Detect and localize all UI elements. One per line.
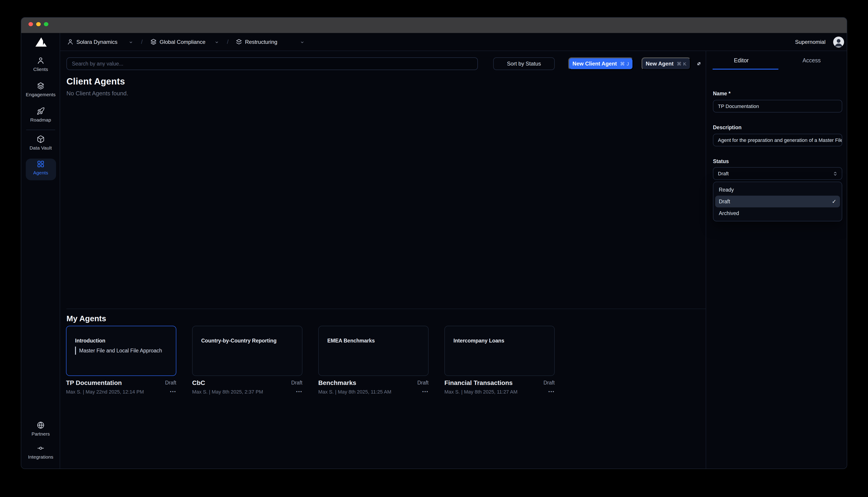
description-field-value: Agent for the preparation and generation… (718, 137, 842, 143)
breadcrumb-separator: / (227, 33, 228, 51)
section-divider (67, 309, 706, 309)
layers-icon (150, 39, 157, 45)
agent-card-benchmarks[interactable]: EMEA Benchmarks (318, 326, 429, 376)
app-logo-icon (35, 37, 47, 47)
active-tab-underline (713, 69, 779, 70)
chevron-down-icon[interactable] (129, 40, 133, 44)
new-client-agent-button[interactable]: New Client Agent ⌘ J (568, 57, 633, 70)
card-title-row: Benchmarks Draft (318, 379, 429, 386)
status-badge: Draft (165, 380, 176, 385)
layers-icon (37, 82, 45, 90)
more-menu-icon[interactable]: ••• (170, 389, 176, 394)
sidebar-item-roadmap[interactable]: Roadmap (21, 107, 60, 123)
sidebar-item-clients[interactable]: Clients (21, 56, 60, 72)
agent-name: TP Documentation (66, 379, 122, 386)
agent-name: Benchmarks (318, 379, 356, 386)
name-field-label: Name * (713, 91, 731, 96)
grid-icon (37, 160, 45, 168)
status-option-archived[interactable]: Archived ✓ (715, 208, 840, 219)
breadcrumb-client[interactable]: Solara Dynamics (76, 33, 117, 51)
description-field-label: Description (713, 125, 742, 130)
status-badge: Draft (417, 380, 429, 385)
sidebar-item-label: Engagements (26, 92, 56, 97)
shortcut-badge: ⌘ K (677, 61, 687, 67)
description-field[interactable]: Agent for the preparation and generation… (713, 134, 842, 146)
breadcrumb-engagement[interactable]: Global Compliance (159, 33, 206, 51)
sidebar-item-label: Integrations (28, 454, 53, 459)
sidebar-item-label: Clients (33, 67, 48, 72)
agent-card-financial-transactions[interactable]: Intercompany Loans (444, 326, 555, 376)
sidebar-item-agents[interactable]: Agents (21, 160, 60, 175)
agent-card-cbc[interactable]: Country-by-Country Reporting (192, 326, 303, 376)
sidebar-divider (26, 130, 55, 130)
status-option-draft[interactable]: Draft ✓ (715, 196, 840, 208)
option-label: Draft (719, 199, 730, 204)
window-titlebar (21, 18, 847, 33)
sort-button-label: Sort by Status (507, 60, 541, 67)
topbar: Solara Dynamics / Global Compliance / (60, 33, 847, 51)
card-meta-row: Max S. | May 8th 2025, 11:25 AM ••• (318, 389, 429, 395)
chevron-down-icon[interactable] (300, 40, 304, 44)
check-icon: ✓ (832, 198, 836, 205)
sidebar-item-data-vault[interactable]: Data Vault (21, 135, 60, 151)
chevron-down-icon[interactable] (215, 40, 219, 44)
status-dropdown-menu: Ready ✓ Draft ✓ Archived ✓ (713, 182, 842, 222)
diamond-layers-icon (236, 39, 242, 45)
new-agent-label: New Agent (646, 60, 674, 67)
zoom-window-icon[interactable] (44, 22, 48, 26)
close-window-icon[interactable] (28, 22, 33, 26)
breadcrumb-separator: / (141, 33, 143, 51)
more-menu-icon[interactable]: ••• (296, 389, 303, 394)
card-preview-title: EMEA Benchmarks (327, 338, 375, 343)
agent-meta: Max S. | May 8th 2025, 11:25 AM (318, 389, 391, 395)
avatar[interactable] (833, 37, 844, 47)
select-stepper-icon (832, 171, 838, 177)
card-preview-body: Master File and Local File Approach (75, 346, 162, 355)
new-agent-button[interactable]: New Agent ⌘ K (642, 57, 691, 70)
option-label: Ready (719, 187, 734, 193)
sidebar-item-integrations[interactable]: Integrations (21, 444, 60, 459)
more-menu-icon[interactable]: ••• (548, 389, 555, 394)
agent-meta: Max S. | May 8th 2025, 11:27 AM (444, 389, 517, 395)
status-badge: Draft (543, 380, 555, 385)
agent-name: CbC (192, 379, 205, 386)
person-icon (67, 39, 74, 45)
editor-panel: Editor Access Name * TP Documentation De… (706, 51, 847, 469)
card-preview-title: Country-by-Country Reporting (201, 338, 277, 343)
card-title-row: Financial Transactions Draft (444, 379, 555, 386)
node-icon (37, 444, 45, 452)
card-preview-title: Introduction (75, 338, 105, 343)
search-input[interactable] (67, 58, 487, 70)
new-client-agent-label: New Client Agent (573, 60, 617, 67)
rocket-icon (37, 107, 45, 115)
tab-access[interactable]: Access (776, 51, 847, 70)
sort-by-status-button[interactable]: Sort by Status (493, 57, 555, 70)
app-window: Clients Engagements Roadmap (21, 17, 847, 469)
globe-icon (37, 421, 45, 429)
agent-name: Financial Transactions (444, 379, 513, 386)
agent-meta: Max S. | May 8th 2025, 2:37 PM (192, 389, 263, 395)
status-field-label: Status (713, 159, 729, 164)
more-menu-icon[interactable]: ••• (422, 389, 429, 394)
sidebar-item-engagements[interactable]: Engagements (21, 82, 60, 97)
breadcrumb-project[interactable]: Restructuring (245, 33, 277, 51)
panel-tabs: Editor Access (706, 51, 847, 70)
search-bar (67, 57, 478, 70)
status-select[interactable]: Draft (713, 167, 842, 180)
workspace-name[interactable]: Supernomial (795, 33, 826, 51)
tab-editor[interactable]: Editor (706, 51, 776, 70)
expand-panel-icon[interactable] (695, 60, 702, 67)
name-field[interactable]: TP Documentation (713, 100, 842, 113)
sidebar-item-partners[interactable]: Partners (21, 421, 60, 437)
empty-state-message: No Client Agents found. (67, 90, 128, 97)
agent-meta: Max S. | May 22nd 2025, 12:14 PM (66, 389, 144, 395)
card-title-row: CbC Draft (192, 379, 303, 386)
sidebar-item-label: Partners (32, 431, 50, 437)
status-select-value: Draft (718, 171, 729, 176)
minimize-window-icon[interactable] (36, 22, 40, 26)
status-badge: Draft (291, 380, 303, 385)
card-title-row: TP Documentation Draft (66, 379, 176, 386)
text-cursor (75, 346, 76, 355)
agent-card-tp-documentation[interactable]: Introduction Master File and Local File … (66, 326, 176, 376)
status-option-ready[interactable]: Ready ✓ (715, 184, 840, 196)
